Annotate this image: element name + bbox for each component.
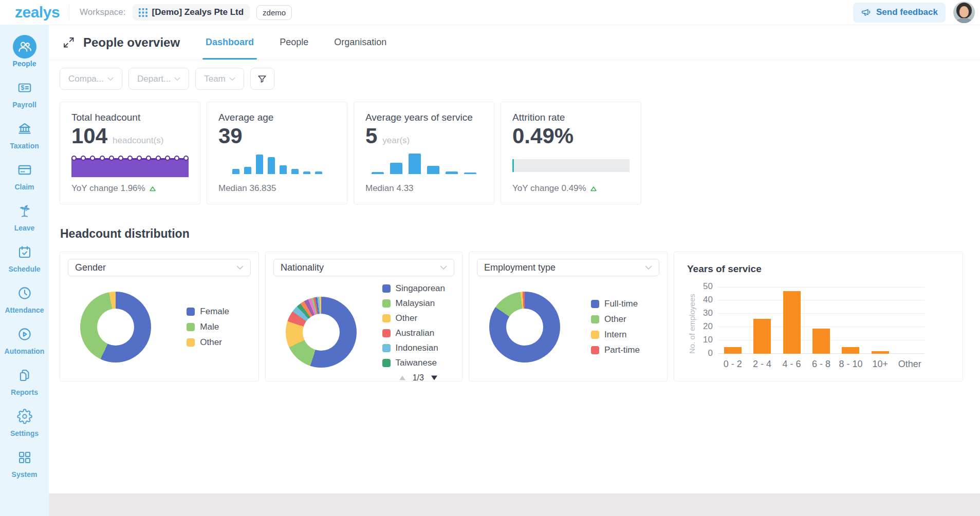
legend-swatch [382,344,391,352]
app-logo: zealys [15,4,60,21]
legend-label: Part-time [604,345,640,355]
chart-title: Years of service [687,263,955,275]
x-tick-label: 8 - 10 [836,359,865,370]
legend-swatch [382,299,391,308]
legend-item[interactable]: Intern [591,330,640,340]
filter-funnel-button[interactable] [250,68,274,90]
attendance-icon [13,281,36,305]
legend-swatch [591,331,599,339]
main-content: People overview Dashboard People Organis… [49,25,980,516]
employment-type-select-value: Employment type [484,262,556,273]
legend-item[interactable]: Male [187,322,229,332]
bar [812,329,830,354]
sidebar-item-schedule[interactable]: Schedule [0,237,49,278]
user-avatar[interactable] [953,2,975,23]
sidebar-item-settings[interactable]: Settings [0,401,49,442]
sidebar-item-payroll[interactable]: $Payroll [0,72,49,113]
legend-pagination: 1/3 [382,373,454,383]
sidebar-item-taxation[interactable]: Taxation [0,113,49,155]
gender-legend: FemaleMaleOther [187,307,229,348]
x-tick-label: Other [895,359,924,370]
sidebar-item-system[interactable]: System [0,442,49,483]
leave-icon [13,199,36,223]
avatar-body [956,18,972,23]
sidebar: People$PayrollTaxationClaimLeaveSchedule… [0,25,49,516]
bar [753,319,771,354]
kpi-footer: Median 4.33 [365,183,483,194]
x-tick-label: 4 - 6 [777,359,806,370]
donut-hole [303,314,340,351]
team-filter[interactable]: Team [195,68,244,90]
claim-icon [13,158,36,182]
x-tick-label: 0 - 2 [718,359,747,370]
kpi-footer-text: Median 4.33 [365,183,414,194]
send-feedback-button[interactable]: Send feedback [853,3,946,23]
legend-label: Taiwanese [396,358,437,368]
legend-item[interactable]: Australian [382,328,445,338]
tab-organisation[interactable]: Organisation [332,25,389,60]
company-filter[interactable]: Compa... [60,68,122,90]
sidebar-item-people[interactable]: People [0,31,49,72]
legend-page-down-icon[interactable] [431,375,438,381]
employment-donut-chart [489,292,560,362]
system-icon [13,446,36,469]
kpi-title: Attrition rate [512,112,630,123]
years-of-service-bar-chart: No. of employees 01020304050 [682,287,955,354]
legend-item[interactable]: Other [187,337,229,348]
workspace-area: Workspace: [Demo] Zealys Pte Ltd zdemo [80,4,292,21]
gender-select[interactable]: Gender [68,259,251,276]
page-title: People overview [83,35,180,50]
sidebar-item-automation[interactable]: Automation [0,319,49,360]
kpi-value-row: 5 year(s) [365,125,483,147]
top-bar: zealys Workspace: [Demo] Zealys Pte Ltd … [0,0,980,25]
nationality-card: Nationality SingaporeanMalaysianOtherAus… [265,252,463,381]
send-feedback-label: Send feedback [876,7,938,17]
nationality-select[interactable]: Nationality [273,259,454,276]
kpi-footer: YoY change 0.49% [512,183,630,194]
bar [724,347,742,354]
legend-item[interactable]: Other [591,314,640,324]
employment-type-select[interactable]: Employment type [477,259,659,276]
tab-dashboard[interactable]: Dashboard [204,25,256,60]
sidebar-item-claim[interactable]: Claim [0,155,49,196]
bar [783,291,801,354]
legend-page-indicator: 1/3 [413,373,424,383]
donut-hole [506,309,543,346]
legend-page-up-icon[interactable] [399,375,406,381]
legend-label: Other [604,314,626,324]
chevron-down-icon [229,77,235,81]
sidebar-item-label: Reports [11,388,38,396]
legend-item[interactable]: Singaporean [382,283,445,294]
legend-label: Malaysian [396,298,435,309]
legend-item[interactable]: Taiwanese [382,358,445,368]
payroll-icon: $ [13,76,36,100]
legend-swatch [591,300,599,308]
legend-item[interactable]: Part-time [591,345,640,355]
gender-donut-chart [80,292,151,362]
sidebar-item-attendance[interactable]: Attendance [0,278,49,319]
workspace-selector[interactable]: [Demo] Zealys Pte Ltd [133,4,250,21]
page-header: People overview Dashboard People Organis… [49,25,980,60]
sidebar-item-label: Automation [5,347,45,355]
attrition-progress-bar [512,154,630,172]
workspace-label: Workspace: [80,7,125,17]
expand-icon[interactable] [62,35,76,49]
sidebar-item-leave[interactable]: Leave [0,196,49,237]
kpi-unit: year(s) [382,136,410,146]
legend-label: Indonesian [396,343,438,353]
legend-item[interactable]: Other [382,313,445,323]
legend-swatch [382,329,391,337]
employment-chart-area: Full-timeOtherInternPart-time [477,292,659,362]
tab-people[interactable]: People [278,25,310,60]
legend-item[interactable]: Malaysian [382,298,445,309]
topbar-right: Send feedback [853,2,980,23]
legend-item[interactable]: Indonesian [382,343,445,353]
bottom-strip [49,493,980,516]
legend-item[interactable]: Full-time [591,299,640,309]
department-filter[interactable]: Depart... [128,68,189,90]
kpi-card-average-age: Average age 39 Median 36.835 [207,102,347,204]
legend-label: Other [200,337,222,348]
legend-item[interactable]: Female [187,307,229,317]
sidebar-item-reports[interactable]: Reports [0,360,49,401]
trend-up-icon [590,186,597,192]
